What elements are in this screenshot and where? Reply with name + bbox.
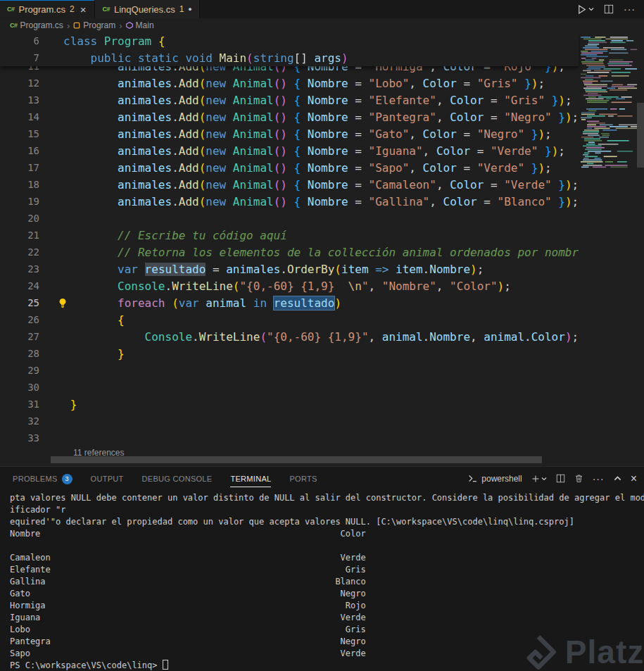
- terminal-output[interactable]: pta valores NULL debe contener un valor …: [0, 490, 644, 671]
- tab-problems[interactable]: PROBLEMS 3: [13, 470, 72, 488]
- code-text: public static void Main(string[] args): [39, 51, 348, 65]
- code-line[interactable]: 30: [0, 379, 579, 396]
- line-number[interactable]: 16: [0, 145, 39, 156]
- tab-output[interactable]: OUTPUT: [91, 470, 124, 487]
- code-line[interactable]: 25 foreach (var animal in resultado): [0, 294, 579, 311]
- breadcrumb-class[interactable]: Program: [73, 20, 115, 30]
- code-text: animales.Add(new Animal() { Nombre = "Pa…: [39, 111, 579, 124]
- panel-header: PROBLEMS 3 OUTPUT DEBUG CONSOLE TERMINAL…: [0, 467, 644, 490]
- line-number[interactable]: 6: [0, 35, 39, 46]
- line-number[interactable]: 26: [0, 314, 39, 325]
- tab-linqqueries-cs[interactable]: C# LinqQueries.cs 1 ●: [95, 0, 199, 18]
- code-line[interactable]: 7 public static void Main(string[] args): [0, 49, 579, 66]
- code-line[interactable]: 26 {: [0, 311, 579, 328]
- line-number[interactable]: 21: [0, 230, 39, 241]
- code-line[interactable]: 19 animales.Add(new Animal() { Nombre = …: [0, 193, 579, 210]
- line-number[interactable]: 23: [0, 263, 39, 275]
- code-line[interactable]: 31 }: [0, 396, 579, 413]
- breadcrumb: C# Program.cs › Program › Main: [0, 18, 644, 32]
- line-number[interactable]: 28: [0, 348, 39, 359]
- code-line[interactable]: 17 animales.Add(new Animal() { Nombre = …: [0, 159, 579, 176]
- editor-actions: ···: [576, 0, 644, 18]
- line-number[interactable]: 17: [0, 162, 39, 173]
- line-number[interactable]: 25: [0, 297, 39, 308]
- more-actions-button[interactable]: ···: [624, 4, 636, 15]
- panel-more-button[interactable]: ···: [593, 473, 605, 484]
- split-icon: [556, 474, 565, 483]
- line-number[interactable]: 19: [0, 196, 39, 207]
- code-line[interactable]: 20: [0, 210, 579, 227]
- run-button[interactable]: [576, 4, 594, 15]
- horizontal-scrollbar[interactable]: [51, 456, 542, 463]
- code-line[interactable]: 12 animales.Add(new Animal() { Nombre = …: [0, 75, 579, 92]
- code-line[interactable]: 22 // Retorna los elementos de la collec…: [0, 244, 579, 261]
- bottom-panel: PROBLEMS 3 OUTPUT DEBUG CONSOLE TERMINAL…: [0, 466, 644, 671]
- code-line[interactable]: 32: [0, 413, 579, 429]
- code-line[interactable]: 28 }: [0, 345, 579, 362]
- line-number[interactable]: 31: [0, 399, 39, 410]
- code-line[interactable]: 16 animales.Add(new Animal() { Nombre = …: [0, 142, 579, 159]
- play-icon: [576, 4, 587, 15]
- code-line[interactable]: 29: [0, 362, 579, 379]
- code-editor[interactable]: 11 animales.Add(new Animal() { Nombre = …: [0, 32, 644, 466]
- tab-debug-console[interactable]: DEBUG CONSOLE: [142, 470, 213, 487]
- code-line[interactable]: 24 Console.WriteLine("{0,-60} {1,9} \n",…: [0, 277, 579, 294]
- sticky-scroll: 6class Program {7 public static void Mai…: [0, 32, 579, 66]
- split-terminal-button[interactable]: [556, 474, 565, 483]
- code-line[interactable]: 13 animales.Add(new Animal() { Nombre = …: [0, 92, 579, 108]
- code-line[interactable]: 33: [0, 429, 579, 446]
- vertical-scrollbar[interactable]: [637, 103, 644, 168]
- code-line[interactable]: 23 var resultado = animales.OrderBy(item…: [0, 261, 579, 277]
- kill-terminal-button[interactable]: [574, 474, 583, 483]
- line-number[interactable]: 24: [0, 280, 39, 291]
- close-icon[interactable]: ×: [79, 4, 88, 15]
- code-lines[interactable]: 11 animales.Add(new Animal() { Nombre = …: [0, 58, 579, 446]
- unsaved-dot-icon[interactable]: ●: [188, 6, 191, 13]
- line-number[interactable]: 12: [0, 77, 39, 89]
- lightbulb-icon[interactable]: [58, 298, 68, 311]
- split-editor-button[interactable]: [604, 4, 614, 14]
- terminal-line: Camaleon Verde: [10, 552, 644, 564]
- breadcrumb-method[interactable]: Main: [126, 20, 154, 30]
- code-text: Console.WriteLine("{0,-60} {1,9}", anima…: [39, 330, 579, 344]
- line-number[interactable]: 30: [0, 382, 39, 393]
- tab-terminal[interactable]: TERMINAL: [230, 470, 271, 487]
- minimap[interactable]: [579, 32, 637, 466]
- terminal-line: ificador "r: [10, 504, 644, 516]
- close-panel-button[interactable]: ×: [631, 472, 637, 485]
- code-line[interactable]: 15 animales.Add(new Animal() { Nombre = …: [0, 125, 579, 142]
- chevron-down-icon: [541, 476, 547, 482]
- tab-program-cs[interactable]: C# Program.cs 2 ×: [0, 0, 95, 18]
- tab-ports[interactable]: PORTS: [289, 470, 317, 487]
- tab-label: LinqQueries.cs: [114, 4, 175, 15]
- vscode-window: C# Program.cs 2 × C# LinqQueries.cs 1 ● …: [0, 0, 644, 671]
- line-number[interactable]: 32: [0, 415, 39, 427]
- split-editor-icon: [604, 4, 614, 14]
- new-terminal-button[interactable]: [531, 475, 547, 483]
- line-number[interactable]: 13: [0, 94, 39, 106]
- code-text: animales.Add(new Animal() { Nombre = "Lo…: [39, 77, 545, 90]
- terminal-prompt[interactable]: PS C:\workspace\VS\code\linq>: [10, 660, 644, 671]
- code-line[interactable]: 18 animales.Add(new Animal() { Nombre = …: [0, 176, 579, 193]
- line-number[interactable]: 27: [0, 331, 39, 342]
- line-number[interactable]: 15: [0, 128, 39, 139]
- breadcrumb-file[interactable]: C# Program.cs: [10, 20, 63, 30]
- terminal-line: Gallina Blanco: [10, 576, 644, 588]
- line-number[interactable]: 14: [0, 111, 39, 123]
- line-number[interactable]: 7: [0, 52, 39, 63]
- code-text: Console.WriteLine("{0,-60} {1,9} \n", "N…: [39, 280, 511, 293]
- maximize-panel-button[interactable]: [614, 475, 621, 482]
- code-line[interactable]: 14 animales.Add(new Animal() { Nombre = …: [0, 108, 579, 125]
- tab-label: Program.cs: [19, 4, 65, 15]
- terminal-line: Gato Negro: [10, 588, 644, 600]
- line-number[interactable]: 18: [0, 179, 39, 190]
- line-number[interactable]: 20: [0, 213, 39, 224]
- line-number[interactable]: 33: [0, 432, 39, 444]
- csharp-file-icon: C#: [102, 6, 110, 13]
- code-line[interactable]: 21 // Escribe tu código aquí: [0, 227, 579, 244]
- code-line[interactable]: 27 Console.WriteLine("{0,-60} {1,9}", an…: [0, 328, 579, 345]
- line-number[interactable]: 22: [0, 246, 39, 258]
- shell-selector[interactable]: powershell: [468, 474, 522, 484]
- code-line[interactable]: 6class Program {: [0, 32, 579, 49]
- line-number[interactable]: 29: [0, 365, 39, 376]
